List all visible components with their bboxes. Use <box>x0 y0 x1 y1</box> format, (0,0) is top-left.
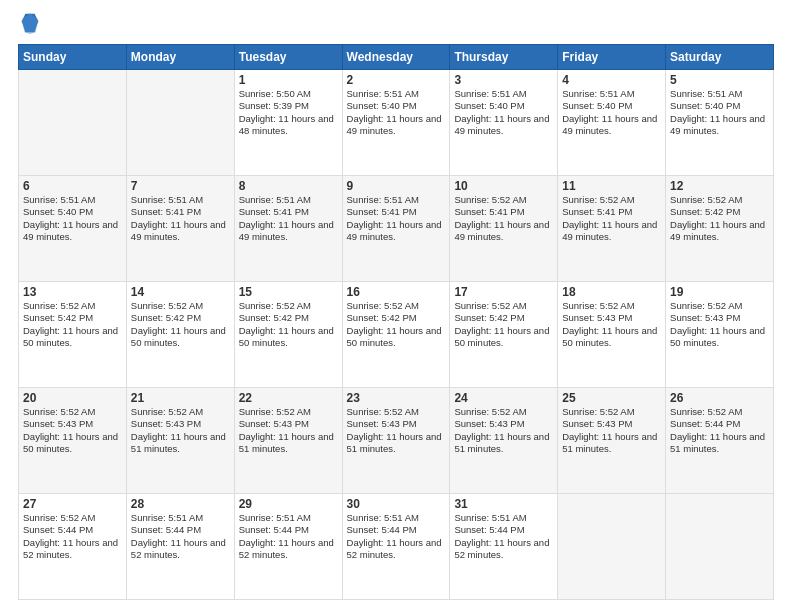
day-info: Sunrise: 5:52 AM Sunset: 5:43 PM Dayligh… <box>239 406 338 455</box>
day-number: 2 <box>347 73 446 87</box>
day-number: 27 <box>23 497 122 511</box>
weekday-header: Sunday <box>19 45 127 70</box>
calendar-cell: 11Sunrise: 5:52 AM Sunset: 5:41 PM Dayli… <box>558 176 666 282</box>
calendar-cell: 27Sunrise: 5:52 AM Sunset: 5:44 PM Dayli… <box>19 494 127 600</box>
day-info: Sunrise: 5:52 AM Sunset: 5:43 PM Dayligh… <box>562 300 661 349</box>
day-info: Sunrise: 5:51 AM Sunset: 5:41 PM Dayligh… <box>131 194 230 243</box>
day-info: Sunrise: 5:52 AM Sunset: 5:42 PM Dayligh… <box>239 300 338 349</box>
day-number: 3 <box>454 73 553 87</box>
day-info: Sunrise: 5:52 AM Sunset: 5:43 PM Dayligh… <box>670 300 769 349</box>
day-info: Sunrise: 5:51 AM Sunset: 5:44 PM Dayligh… <box>131 512 230 561</box>
day-number: 14 <box>131 285 230 299</box>
day-info: Sunrise: 5:51 AM Sunset: 5:40 PM Dayligh… <box>23 194 122 243</box>
calendar-cell <box>558 494 666 600</box>
calendar-cell: 6Sunrise: 5:51 AM Sunset: 5:40 PM Daylig… <box>19 176 127 282</box>
day-info: Sunrise: 5:51 AM Sunset: 5:40 PM Dayligh… <box>347 88 446 137</box>
day-number: 25 <box>562 391 661 405</box>
calendar-page: SundayMondayTuesdayWednesdayThursdayFrid… <box>0 0 792 612</box>
day-info: Sunrise: 5:52 AM Sunset: 5:43 PM Dayligh… <box>131 406 230 455</box>
day-info: Sunrise: 5:52 AM Sunset: 5:43 PM Dayligh… <box>347 406 446 455</box>
day-info: Sunrise: 5:52 AM Sunset: 5:42 PM Dayligh… <box>347 300 446 349</box>
day-info: Sunrise: 5:52 AM Sunset: 5:41 PM Dayligh… <box>454 194 553 243</box>
day-info: Sunrise: 5:52 AM Sunset: 5:44 PM Dayligh… <box>670 406 769 455</box>
day-info: Sunrise: 5:52 AM Sunset: 5:42 PM Dayligh… <box>131 300 230 349</box>
calendar-cell: 9Sunrise: 5:51 AM Sunset: 5:41 PM Daylig… <box>342 176 450 282</box>
calendar-cell: 13Sunrise: 5:52 AM Sunset: 5:42 PM Dayli… <box>19 282 127 388</box>
calendar-cell: 10Sunrise: 5:52 AM Sunset: 5:41 PM Dayli… <box>450 176 558 282</box>
day-number: 15 <box>239 285 338 299</box>
calendar-table: SundayMondayTuesdayWednesdayThursdayFrid… <box>18 44 774 600</box>
day-info: Sunrise: 5:52 AM Sunset: 5:43 PM Dayligh… <box>23 406 122 455</box>
day-number: 7 <box>131 179 230 193</box>
calendar-cell: 1Sunrise: 5:50 AM Sunset: 5:39 PM Daylig… <box>234 70 342 176</box>
day-info: Sunrise: 5:52 AM Sunset: 5:42 PM Dayligh… <box>670 194 769 243</box>
calendar-cell: 26Sunrise: 5:52 AM Sunset: 5:44 PM Dayli… <box>666 388 774 494</box>
day-info: Sunrise: 5:51 AM Sunset: 5:44 PM Dayligh… <box>239 512 338 561</box>
day-number: 6 <box>23 179 122 193</box>
calendar-cell: 22Sunrise: 5:52 AM Sunset: 5:43 PM Dayli… <box>234 388 342 494</box>
calendar-cell <box>19 70 127 176</box>
weekday-header: Wednesday <box>342 45 450 70</box>
logo-icon <box>21 12 39 34</box>
day-info: Sunrise: 5:51 AM Sunset: 5:40 PM Dayligh… <box>562 88 661 137</box>
day-number: 24 <box>454 391 553 405</box>
calendar-cell: 19Sunrise: 5:52 AM Sunset: 5:43 PM Dayli… <box>666 282 774 388</box>
logo <box>18 18 39 34</box>
weekday-header: Tuesday <box>234 45 342 70</box>
weekday-header: Friday <box>558 45 666 70</box>
weekday-header: Thursday <box>450 45 558 70</box>
calendar-cell: 20Sunrise: 5:52 AM Sunset: 5:43 PM Dayli… <box>19 388 127 494</box>
day-info: Sunrise: 5:51 AM Sunset: 5:44 PM Dayligh… <box>347 512 446 561</box>
day-number: 21 <box>131 391 230 405</box>
day-number: 11 <box>562 179 661 193</box>
day-info: Sunrise: 5:52 AM Sunset: 5:41 PM Dayligh… <box>562 194 661 243</box>
day-info: Sunrise: 5:51 AM Sunset: 5:41 PM Dayligh… <box>347 194 446 243</box>
day-number: 29 <box>239 497 338 511</box>
day-info: Sunrise: 5:52 AM Sunset: 5:43 PM Dayligh… <box>562 406 661 455</box>
calendar-cell <box>126 70 234 176</box>
weekday-header: Saturday <box>666 45 774 70</box>
day-number: 30 <box>347 497 446 511</box>
day-number: 31 <box>454 497 553 511</box>
calendar-cell: 17Sunrise: 5:52 AM Sunset: 5:42 PM Dayli… <box>450 282 558 388</box>
day-number: 23 <box>347 391 446 405</box>
day-number: 22 <box>239 391 338 405</box>
day-number: 16 <box>347 285 446 299</box>
calendar-cell: 12Sunrise: 5:52 AM Sunset: 5:42 PM Dayli… <box>666 176 774 282</box>
day-number: 18 <box>562 285 661 299</box>
calendar-cell: 16Sunrise: 5:52 AM Sunset: 5:42 PM Dayli… <box>342 282 450 388</box>
day-info: Sunrise: 5:51 AM Sunset: 5:40 PM Dayligh… <box>670 88 769 137</box>
calendar-cell <box>666 494 774 600</box>
calendar-cell: 8Sunrise: 5:51 AM Sunset: 5:41 PM Daylig… <box>234 176 342 282</box>
calendar-cell: 23Sunrise: 5:52 AM Sunset: 5:43 PM Dayli… <box>342 388 450 494</box>
calendar-cell: 25Sunrise: 5:52 AM Sunset: 5:43 PM Dayli… <box>558 388 666 494</box>
calendar-cell: 31Sunrise: 5:51 AM Sunset: 5:44 PM Dayli… <box>450 494 558 600</box>
day-number: 19 <box>670 285 769 299</box>
header <box>18 18 774 34</box>
calendar-cell: 4Sunrise: 5:51 AM Sunset: 5:40 PM Daylig… <box>558 70 666 176</box>
calendar-cell: 30Sunrise: 5:51 AM Sunset: 5:44 PM Dayli… <box>342 494 450 600</box>
day-number: 20 <box>23 391 122 405</box>
calendar-cell: 14Sunrise: 5:52 AM Sunset: 5:42 PM Dayli… <box>126 282 234 388</box>
calendar-cell: 5Sunrise: 5:51 AM Sunset: 5:40 PM Daylig… <box>666 70 774 176</box>
day-info: Sunrise: 5:51 AM Sunset: 5:40 PM Dayligh… <box>454 88 553 137</box>
day-number: 12 <box>670 179 769 193</box>
day-info: Sunrise: 5:52 AM Sunset: 5:43 PM Dayligh… <box>454 406 553 455</box>
day-number: 10 <box>454 179 553 193</box>
day-info: Sunrise: 5:52 AM Sunset: 5:44 PM Dayligh… <box>23 512 122 561</box>
day-info: Sunrise: 5:51 AM Sunset: 5:41 PM Dayligh… <box>239 194 338 243</box>
day-number: 8 <box>239 179 338 193</box>
weekday-header: Monday <box>126 45 234 70</box>
svg-marker-1 <box>22 13 39 34</box>
day-number: 17 <box>454 285 553 299</box>
day-info: Sunrise: 5:50 AM Sunset: 5:39 PM Dayligh… <box>239 88 338 137</box>
day-number: 26 <box>670 391 769 405</box>
calendar-cell: 29Sunrise: 5:51 AM Sunset: 5:44 PM Dayli… <box>234 494 342 600</box>
day-number: 13 <box>23 285 122 299</box>
day-info: Sunrise: 5:51 AM Sunset: 5:44 PM Dayligh… <box>454 512 553 561</box>
calendar-cell: 2Sunrise: 5:51 AM Sunset: 5:40 PM Daylig… <box>342 70 450 176</box>
day-number: 4 <box>562 73 661 87</box>
calendar-cell: 18Sunrise: 5:52 AM Sunset: 5:43 PM Dayli… <box>558 282 666 388</box>
day-number: 9 <box>347 179 446 193</box>
day-number: 28 <box>131 497 230 511</box>
